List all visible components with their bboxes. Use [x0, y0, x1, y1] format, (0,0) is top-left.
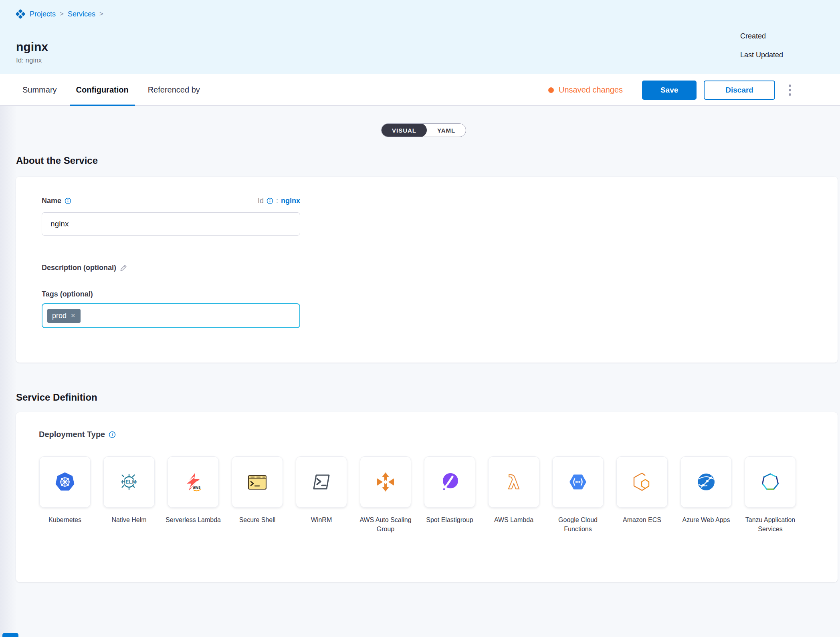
- service-config-page: Projects > Services > nginx Id: nginx Cr…: [0, 0, 840, 637]
- page-title: nginx: [16, 40, 48, 54]
- description-row: Description (optional): [42, 264, 128, 272]
- breadcrumb-services[interactable]: Services: [68, 10, 95, 18]
- discard-button[interactable]: Discard: [704, 81, 775, 100]
- deployment-type-aws-auto-scaling-group[interactable]: AWS Auto Scaling Group: [353, 456, 418, 534]
- about-section-title: About the Service: [16, 155, 98, 166]
- edit-pencil-icon[interactable]: [119, 264, 128, 272]
- deployment-type-amazon-ecs[interactable]: Amazon ECS: [610, 456, 674, 534]
- svg-text:aws: aws: [193, 485, 201, 490]
- breadcrumb-separator: >: [60, 10, 64, 18]
- left-edge-fade: [0, 106, 17, 637]
- info-icon[interactable]: [109, 431, 116, 438]
- deployment-type-secure-shell[interactable]: Secure Shell: [225, 456, 289, 534]
- tags-input[interactable]: prod ✕: [42, 303, 300, 328]
- toggle-yaml[interactable]: YAML: [427, 123, 466, 137]
- tab-referenced-by[interactable]: Referenced by: [141, 74, 206, 106]
- unsaved-label: Unsaved changes: [559, 85, 623, 95]
- deployment-type-label: Deployment Type: [39, 430, 105, 439]
- aws-lambda-icon: λ: [503, 471, 525, 493]
- id-colon: :: [276, 197, 278, 205]
- unsaved-changes-badge: Unsaved changes: [548, 85, 623, 95]
- page-header: Projects > Services > nginx Id: nginx Cr…: [0, 0, 840, 74]
- info-icon[interactable]: [267, 198, 273, 204]
- id-label: Id: [258, 197, 264, 205]
- tab-actions: Unsaved changes Save Discard: [548, 74, 794, 106]
- deployment-type-row: Deployment Type: [39, 430, 116, 439]
- name-input[interactable]: [42, 212, 300, 236]
- id-value[interactable]: nginx: [281, 197, 300, 205]
- tag-remove-icon[interactable]: ✕: [71, 312, 76, 319]
- tabs: Summary Configuration Referenced by: [16, 74, 213, 106]
- breadcrumb-separator: >: [99, 10, 103, 18]
- serverless-lambda-icon: aws: [182, 471, 204, 493]
- info-icon[interactable]: [65, 198, 71, 204]
- deployment-type-spot-elastigroup[interactable]: Spot Elastigroup: [418, 456, 482, 534]
- secure-shell-icon: [246, 471, 269, 493]
- unsaved-dot-icon: [548, 87, 554, 93]
- help-widget-peek[interactable]: [2, 633, 18, 637]
- name-label: Name: [42, 197, 61, 205]
- save-button[interactable]: Save: [642, 81, 697, 100]
- tab-configuration[interactable]: Configuration: [70, 74, 135, 106]
- tag-chip-label: prod: [52, 312, 67, 320]
- created-label: Created: [740, 32, 766, 40]
- deployment-type-aws-lambda[interactable]: λ AWS Lambda: [482, 456, 546, 534]
- about-card: Name Id : nginx Description (o: [16, 177, 838, 363]
- deployment-type-serverless-lambda[interactable]: aws Serverless Lambda: [161, 456, 225, 534]
- tags-label: Tags (optional): [42, 290, 93, 298]
- deployment-type-options: Kubernetes HELM Native Helm: [33, 456, 802, 534]
- deployment-type-azure-web-apps[interactable]: Azure Web Apps: [674, 456, 738, 534]
- service-id-row: Id : nginx: [258, 197, 300, 205]
- spot-elastigroup-icon: [438, 471, 461, 493]
- page-id: Id: nginx: [16, 56, 42, 65]
- toggle-visual[interactable]: VISUAL: [382, 123, 427, 137]
- tab-summary[interactable]: Summary: [16, 74, 63, 106]
- tab-bar: Summary Configuration Referenced by Unsa…: [0, 74, 840, 106]
- winrm-icon: [310, 471, 333, 493]
- more-options-icon[interactable]: [786, 82, 794, 98]
- svg-text:HELM: HELM: [122, 479, 136, 485]
- service-definition-section-title: Service Definition: [16, 392, 97, 403]
- google-cloud-functions-icon: [567, 471, 589, 493]
- helm-icon: HELM: [118, 471, 140, 493]
- deployment-type-tanzu-application-services[interactable]: Tanzu Application Services: [738, 456, 802, 534]
- svg-text:λ: λ: [508, 472, 519, 493]
- description-label: Description (optional): [42, 264, 116, 272]
- tanzu-icon: [759, 471, 781, 493]
- name-label-row: Name: [42, 197, 71, 205]
- amazon-ecs-icon: [631, 471, 653, 493]
- breadcrumb-projects[interactable]: Projects: [30, 10, 56, 18]
- kubernetes-icon: [54, 471, 76, 493]
- projects-icon: [15, 9, 26, 19]
- tag-chip: prod ✕: [47, 309, 81, 323]
- last-updated-label: Last Updated: [740, 51, 783, 59]
- breadcrumb: Projects > Services >: [15, 9, 103, 19]
- visual-yaml-toggle: VISUAL YAML: [381, 123, 466, 137]
- deployment-type-winrm[interactable]: WinRM: [289, 456, 353, 534]
- azure-web-apps-icon: [695, 471, 717, 493]
- deployment-type-kubernetes[interactable]: Kubernetes: [33, 456, 97, 534]
- service-definition-card: Deployment Type Kubernetes: [16, 412, 838, 582]
- deployment-type-native-helm[interactable]: HELM Native Helm: [97, 456, 161, 534]
- aws-auto-scaling-icon: [374, 471, 397, 493]
- deployment-type-google-cloud-functions[interactable]: Google Cloud Functions: [546, 456, 610, 534]
